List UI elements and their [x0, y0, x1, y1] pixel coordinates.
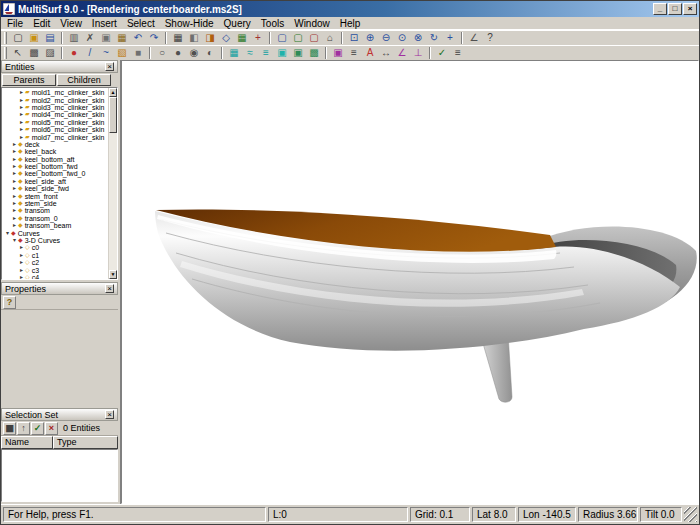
- help-icon[interactable]: ?: [482, 31, 498, 45]
- tree-item[interactable]: ▸◆transom: [3, 207, 107, 214]
- tree-item[interactable]: ▸◇c2: [3, 259, 107, 266]
- redo-icon[interactable]: ↷: [146, 31, 162, 45]
- move-up-icon[interactable]: ↑: [17, 422, 30, 435]
- color-icon[interactable]: ▣: [330, 46, 346, 60]
- wireframe-view-icon[interactable]: ▦: [170, 31, 186, 45]
- clear-selection-icon[interactable]: ×: [45, 422, 58, 435]
- list-view-icon[interactable]: ▦: [3, 422, 16, 435]
- normal-icon[interactable]: ⊥: [410, 46, 426, 60]
- shaded-view-icon[interactable]: ◧: [186, 31, 202, 45]
- properties-close-icon[interactable]: ×: [105, 284, 114, 293]
- measure-icon[interactable]: ∠: [466, 31, 482, 45]
- tree-expander-icon[interactable]: ▸: [18, 111, 25, 118]
- solid-entity-icon[interactable]: ■: [130, 46, 146, 60]
- axes-icon[interactable]: +: [250, 31, 266, 45]
- tree-expander-icon[interactable]: ▸: [18, 89, 25, 96]
- selection-list[interactable]: [1, 449, 118, 502]
- tree-item[interactable]: ▸◆keel_bottom_fwd: [3, 163, 107, 170]
- tree-item[interactable]: ▸◆keel_side_fwd: [3, 185, 107, 192]
- close-button[interactable]: ×: [683, 3, 697, 15]
- tab-parents[interactable]: Parents: [2, 74, 56, 86]
- tree-expander-icon[interactable]: ▾: [4, 230, 11, 237]
- menu-view[interactable]: View: [55, 17, 87, 30]
- tree-item[interactable]: ▸◆keel_bottom_fwd_0: [3, 170, 107, 177]
- menu-help[interactable]: Help: [335, 17, 366, 30]
- show-icon[interactable]: ●: [170, 46, 186, 60]
- tree-expander-icon[interactable]: ▸: [11, 141, 18, 148]
- zoom-fit-icon[interactable]: ⊙: [394, 31, 410, 45]
- tree-item[interactable]: ▾◆3-D Curves: [3, 237, 107, 244]
- show-all-icon[interactable]: ◉: [186, 46, 202, 60]
- render-view-icon[interactable]: ◨: [202, 31, 218, 45]
- mesh-icon[interactable]: ▦: [226, 46, 242, 60]
- front-view-icon[interactable]: ▢: [274, 31, 290, 45]
- tree-expander-icon[interactable]: ▸: [11, 185, 18, 192]
- apply-selection-icon[interactable]: ✓: [31, 422, 44, 435]
- tree-item[interactable]: ▾◆Curves: [3, 229, 107, 236]
- annotate-icon[interactable]: A: [362, 46, 378, 60]
- tree-expander-icon[interactable]: ▾: [11, 237, 18, 244]
- tree-item[interactable]: ▸◆stem_side: [3, 200, 107, 207]
- scroll-track[interactable]: [109, 133, 117, 270]
- side-view-icon[interactable]: ▢: [306, 31, 322, 45]
- tree-item[interactable]: ▸◆stem_front: [3, 192, 107, 199]
- menu-edit[interactable]: Edit: [28, 17, 55, 30]
- tree-expander-icon[interactable]: ▸: [11, 163, 18, 170]
- tree-expander-icon[interactable]: ▸: [11, 170, 18, 177]
- tree-item[interactable]: ▸◆keel_bottom_aft: [3, 156, 107, 163]
- layers-icon[interactable]: ≡: [346, 46, 362, 60]
- column-header-type[interactable]: Type: [53, 436, 118, 449]
- tree-expander-icon[interactable]: ▸: [18, 119, 25, 126]
- texture-icon[interactable]: ▩: [306, 46, 322, 60]
- dimension-icon[interactable]: ↔: [378, 46, 394, 60]
- perspective-view-icon[interactable]: ◇: [218, 31, 234, 45]
- scroll-down-button[interactable]: ▼: [109, 270, 117, 279]
- sections-icon[interactable]: ≡: [258, 46, 274, 60]
- open-file-icon[interactable]: ▣: [26, 31, 42, 45]
- check-model-icon[interactable]: ✓: [434, 46, 450, 60]
- select-all-icon[interactable]: ▩: [26, 46, 42, 60]
- tree-expander-icon[interactable]: ▸: [11, 222, 18, 229]
- top-view-icon[interactable]: ▢: [290, 31, 306, 45]
- tree-expander-icon[interactable]: ▸: [18, 104, 25, 111]
- column-header-name[interactable]: Name: [1, 436, 53, 449]
- render-quality-icon[interactable]: ▣: [290, 46, 306, 60]
- line-entity-icon[interactable]: /: [82, 46, 98, 60]
- tree-expander-icon[interactable]: ▸: [18, 244, 25, 251]
- tree-item[interactable]: ▸◆deck: [3, 141, 107, 148]
- zoom-previous-icon[interactable]: ⊗: [410, 31, 426, 45]
- toolbar-drag-handle[interactable]: [4, 32, 7, 44]
- menu-window[interactable]: Window: [289, 17, 335, 30]
- tree-expander-icon[interactable]: ▸: [11, 156, 18, 163]
- menu-select[interactable]: Select: [122, 17, 160, 30]
- point-entity-icon[interactable]: ●: [66, 46, 82, 60]
- options-icon[interactable]: ≡: [450, 46, 466, 60]
- pan-view-icon[interactable]: +: [442, 31, 458, 45]
- zoom-window-icon[interactable]: ⊡: [346, 31, 362, 45]
- surface-entity-icon[interactable]: ▧: [114, 46, 130, 60]
- tree-expander-icon[interactable]: ▸: [11, 148, 18, 155]
- tree-scrollbar[interactable]: ▲ ▼: [108, 88, 117, 279]
- maximize-button[interactable]: □: [668, 3, 682, 15]
- tree-expander-icon[interactable]: ▸: [11, 207, 18, 214]
- tree-expander-icon[interactable]: ▸: [18, 97, 25, 104]
- toolbar-drag-handle[interactable]: [4, 47, 7, 59]
- properties-help-icon[interactable]: ?: [3, 296, 16, 309]
- tree-expander-icon[interactable]: ▸: [18, 267, 25, 274]
- rotate-view-icon[interactable]: ↻: [426, 31, 442, 45]
- tree-item[interactable]: ▸◆transom_beam: [3, 222, 107, 229]
- menu-tools[interactable]: Tools: [256, 17, 289, 30]
- zoom-in-icon[interactable]: ⊕: [362, 31, 378, 45]
- tangent-icon[interactable]: ∠: [394, 46, 410, 60]
- minimize-button[interactable]: _: [653, 3, 667, 15]
- entities-close-icon[interactable]: ×: [105, 62, 114, 71]
- selection-close-icon[interactable]: ×: [105, 410, 114, 419]
- scroll-up-button[interactable]: ▲: [109, 88, 117, 97]
- tree-item[interactable]: ▸▰mold7_mc_clinker_skin: [3, 133, 107, 140]
- new-file-icon[interactable]: ▢: [10, 31, 26, 45]
- paste-icon[interactable]: ▦: [114, 31, 130, 45]
- tree-expander-icon[interactable]: ▸: [18, 274, 25, 279]
- tree-item[interactable]: ▸◇c4: [3, 274, 107, 279]
- grid-icon[interactable]: ▦: [234, 31, 250, 45]
- zoom-out-icon[interactable]: ⊖: [378, 31, 394, 45]
